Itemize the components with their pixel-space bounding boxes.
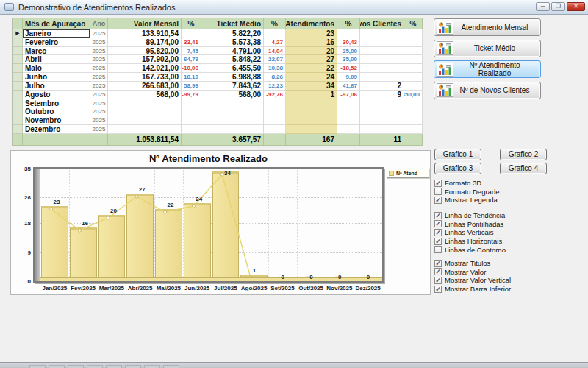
cell-valor-pct: -10,06 [182,64,201,73]
cell-ticket-pct [264,29,286,38]
column-header-month[interactable]: Mês de Apuração [23,18,90,29]
record-selector-header [13,18,23,29]
table-row[interactable]: Abril2025157.902,0064,795.848,2222,07273… [13,55,423,64]
checkbox-linhas-de-contorno[interactable]: Linhas de Contorno [434,245,506,254]
checkbox-box-icon[interactable]: ✓ [434,238,442,245]
checkbox-box-icon[interactable] [434,188,442,195]
grafico-button-2[interactable]: Grafico 2 [500,149,547,160]
checkbox-mostrar-legenda[interactable]: ✓Mostrar Legenda [434,196,499,205]
checkbox-box-icon[interactable]: ✓ [434,197,442,204]
bar-value-label: 0 [309,274,312,280]
table-row[interactable]: Novembro2025 [13,116,423,125]
cell-valor: 167.733,00 [108,73,182,82]
bar-value-label: 16 [82,220,88,227]
total-novos-clientes: 11 [360,134,404,146]
total-atend-pct [337,134,360,146]
view-button-4[interactable]: Nº de Novos Clientes [434,82,541,99]
column-header-ticket_pct[interactable]: % [264,18,286,29]
column-header-ano[interactable]: Ano [90,18,108,29]
checkbox-linhas-verticais[interactable]: ✓Linhas Verticais [434,228,506,237]
checkbox-box-icon[interactable]: ✓ [434,220,442,227]
checkbox-box-icon[interactable]: ✓ [434,277,442,284]
table-row[interactable]: Maio2025142.021,00-10,066.455,5010,3822-… [13,64,423,73]
cell-ticket-pct: 22,07 [264,55,286,64]
total-ticket: 3.657,57 [201,134,264,146]
column-header-valor_pct[interactable]: % [182,18,201,29]
table-row[interactable]: Outubro2025 [13,107,423,116]
restore-icon[interactable]: ❐ [551,2,565,11]
trend-marker-icon [78,229,81,232]
checkbox-linhas-pontilhadas[interactable]: ✓Linhas Pontilhadas [434,220,506,229]
bar-value-label: 23 [53,199,60,205]
cell-ano: 2025 [90,64,108,73]
view-button-2[interactable]: Ticket Médio [434,40,541,57]
cell-atend-pct [337,107,360,116]
checkbox-linha-de-tend-ncia[interactable]: ✓Linha de Tendência [434,211,506,220]
grafico-button-3[interactable]: Grafico 3 [434,163,481,174]
column-header-novos[interactable]: Novos Clientes [360,18,404,29]
checkbox-box-icon[interactable]: ✓ [434,212,442,219]
view-button-label: Atendimento Mensal [456,24,540,32]
checkbox-label: Mostrar Legenda [445,196,498,204]
cell-valor [108,107,182,116]
checkbox-mostrar-valor-vertical[interactable]: ✓Mostrar Valor Vertical [434,276,511,285]
trend-marker-icon [164,210,167,213]
cell-ticket-pct [264,107,286,116]
table-row[interactable]: Marco202595.820,007,454.791,00-14,042025… [13,47,423,56]
close-icon[interactable]: ✕ [567,2,585,11]
table-row[interactable]: Agosto2025568,00-99,79568,00-92,761-97,0… [13,91,423,99]
table-row[interactable]: Fevereiro202589.174,00-33,415.573,38-4,2… [13,38,423,47]
chart-title: Nº Atendimento Realizado [33,153,384,164]
cell-novos-pct [404,47,423,56]
cell-valor: 142.021,00 [108,64,182,73]
bar-value-label: 24 [196,196,202,202]
cell-novos-pct [404,29,423,38]
column-header-valor[interactable]: Valor Mensal [108,18,182,29]
background-toolbar-fragment [29,365,46,368]
cell-atendimentos: 34 [286,82,337,91]
checkbox-box-icon[interactable]: ✓ [434,268,442,275]
table-row[interactable]: Julho2025266.683,0058,997.843,6212,23344… [13,82,423,91]
grafico-button-4[interactable]: Grafico 4 [500,163,547,174]
cell-month: Setembro [23,99,90,108]
checkbox-mostrar-titulos[interactable]: ✓Mostrar Titulos [434,259,511,268]
trend-marker-icon [107,216,110,219]
checkbox-box-icon[interactable]: ✓ [434,260,442,267]
table-row[interactable]: Junho2025167.733,0018,106.988,888,26249,… [13,73,423,82]
checkbox-formato-degrade[interactable]: Formato Degrade [434,188,499,197]
checkbox-mostrar-barra-inferior[interactable]: ✓Mostrar Barra Inferior [434,285,511,294]
cell-month: Dezembro [23,125,90,134]
column-header-atend[interactable]: Nº Atendimentos [286,18,337,29]
checkbox-box-icon[interactable]: ✓ [434,229,442,236]
minimize-icon[interactable]: ─ [536,2,550,11]
cell-ano: 2025 [90,91,108,99]
table-row[interactable]: Dezembro2025 [13,125,423,134]
checkbox-formato-3d[interactable]: ✓Formato 3D [434,179,499,188]
cell-atendimentos: 23 [286,29,337,38]
x-axis-tick-label: Ago/2025 [240,285,268,291]
trend-marker-icon [220,173,223,176]
view-button-1[interactable]: Atendimento Mensal [434,18,541,36]
cell-valor-pct [182,107,201,116]
cell-atend-pct [337,99,360,108]
cell-month: Novembro [23,116,90,125]
cell-ano: 2025 [90,73,108,82]
record-selector [13,55,23,64]
column-header-ticket[interactable]: Ticket Médio [201,18,264,29]
checkbox-box-icon[interactable]: ✓ [434,286,442,293]
bar-value-label: 20 [110,208,117,214]
grafico-button-1[interactable]: Grafico 1 [434,149,481,160]
bar-value-label: 27 [139,186,146,193]
checkbox-linhas-horizontais[interactable]: ✓Linhas Horizontais [434,237,506,246]
column-header-atend_pct[interactable]: % [337,18,360,29]
checkbox-box-icon[interactable]: ✓ [434,180,442,187]
view-button-3[interactable]: Nº Atendimento Realizado [434,60,541,78]
cell-ticket-pct: -92,76 [264,91,286,99]
checkbox-box-icon[interactable] [434,246,442,253]
table-row[interactable]: ▶Janeiro2025133.910,545.822,2023 [13,29,423,38]
column-header-novos_pct[interactable]: % [404,18,423,29]
table-row[interactable]: Setembro2025 [13,99,423,108]
cell-ticket-pct: 10,38 [264,64,286,73]
checkbox-mostrar-valor[interactable]: ✓Mostrar Valor [434,268,511,277]
cell-month: Junho [23,73,90,82]
